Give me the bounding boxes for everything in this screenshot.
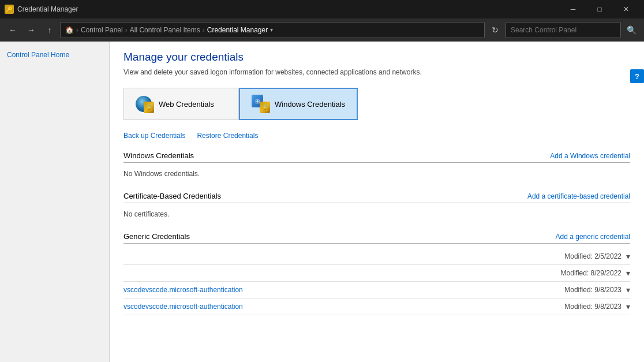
add-certificate-credential-link[interactable]: Add a certificate-based credential [527,192,630,200]
app-icon: 🔑 [5,5,14,14]
expand-icon-3[interactable]: ▾ [626,285,630,294]
credential-tabs: 🔒 Web Credentials ⊞ 🔒 [123,88,630,120]
certificate-credentials-header: Certificate-Based Credentials Add a cert… [123,192,630,203]
page-title: Manage your credentials [123,51,630,64]
back-button[interactable]: ← [5,22,21,38]
up-button[interactable]: ↑ [42,22,58,38]
certificate-credentials-empty: No certificates. [123,208,630,223]
add-windows-credential-link[interactable]: Add a Windows credential [550,152,630,160]
breadcrumb-current: Credential Manager [207,26,268,34]
tab-web-credentials-label: Web Credentials [159,100,214,109]
expand-icon-4[interactable]: ▾ [626,302,630,311]
web-credentials-icon: 🔒 [136,95,154,113]
content-area: Manage your credentials View and delete … [110,42,644,362]
tab-windows-credentials-label: Windows Credentials [275,100,345,109]
close-button[interactable]: ✕ [613,0,639,18]
generic-credential-row-2[interactable]: Modified: 8/29/2022 ▾ [123,265,630,282]
generic-credential-row-4[interactable]: vscodevscode.microsoft-authentication Mo… [123,298,630,315]
backup-credentials-link[interactable]: Back up Credentials [123,132,185,140]
minimize-button[interactable]: ─ [560,0,586,18]
search-button[interactable]: 🔍 [623,22,639,38]
generic-credential-modified-3: Modified: 9/8/2023 [564,286,621,294]
expand-icon-2[interactable]: ▾ [626,268,630,278]
generic-credentials-section: Generic Credentials Add a generic creden… [123,232,630,315]
search-input[interactable] [506,22,621,38]
generic-credential-name-4: vscodevscode.microsoft-authentication [123,303,564,311]
main-container: Control Panel Home Manage your credentia… [0,42,644,362]
maximize-button[interactable]: □ [586,0,613,18]
sidebar: Control Panel Home [0,42,110,362]
address-field[interactable]: 🏠 › Control Panel › All Control Panel It… [60,22,485,38]
breadcrumb-home-icon: 🏠 [65,26,74,34]
generic-credential-name-3: vscodevscode.microsoft-authentication [123,286,564,294]
refresh-button[interactable]: ↻ [487,22,503,38]
generic-credential-modified-2: Modified: 8/29/2022 [561,269,621,277]
expand-icon-1[interactable]: ▾ [626,252,630,261]
tab-windows-credentials[interactable]: ⊞ 🔒 Windows Credentials [239,88,358,120]
restore-credentials-link[interactable]: Restore Credentials [197,132,258,140]
tab-web-credentials[interactable]: 🔒 Web Credentials [123,88,239,120]
breadcrumb-control-panel: Control Panel [81,26,123,34]
titlebar-title: Credential Manager [17,5,560,13]
sidebar-item-control-panel-home[interactable]: Control Panel Home [0,48,109,61]
windows-credentials-header: Windows Credentials Add a Windows creden… [123,151,630,163]
windows-credentials-section: Windows Credentials Add a Windows creden… [123,151,630,182]
generic-credentials-title: Generic Credentials [123,232,190,241]
app-icon-glyph: 🔑 [6,6,13,13]
generic-credential-modified-4: Modified: 9/8/2023 [564,303,621,311]
windows-credentials-empty: No Windows credentials. [123,167,630,182]
address-dropdown-button[interactable]: ▾ [268,27,275,33]
certificate-credentials-title: Certificate-Based Credentials [123,192,221,200]
action-links: Back up Credentials Restore Credentials [123,132,630,140]
certificate-credentials-section: Certificate-Based Credentials Add a cert… [123,192,630,223]
titlebar: 🔑 Credential Manager ─ □ ✕ [0,0,644,18]
generic-credential-row-3[interactable]: vscodevscode.microsoft-authentication Mo… [123,282,630,298]
forward-button[interactable]: → [23,22,39,38]
generic-credential-row-1[interactable]: Modified: 2/5/2022 ▾ [123,248,630,265]
window-controls: ─ □ ✕ [560,0,639,18]
windows-credentials-title: Windows Credentials [123,151,194,160]
page-description: View and delete your saved logon informa… [123,68,630,76]
generic-credential-modified-1: Modified: 2/5/2022 [564,252,621,260]
add-generic-credential-link[interactable]: Add a generic credential [556,233,630,241]
generic-credentials-header: Generic Credentials Add a generic creden… [123,232,630,244]
help-button[interactable]: ? [630,69,644,83]
addressbar: ← → ↑ 🏠 › Control Panel › All Control Pa… [0,18,644,42]
breadcrumb-all-items: All Control Panel Items [130,26,200,34]
windows-credentials-icon: ⊞ 🔒 [252,95,270,113]
